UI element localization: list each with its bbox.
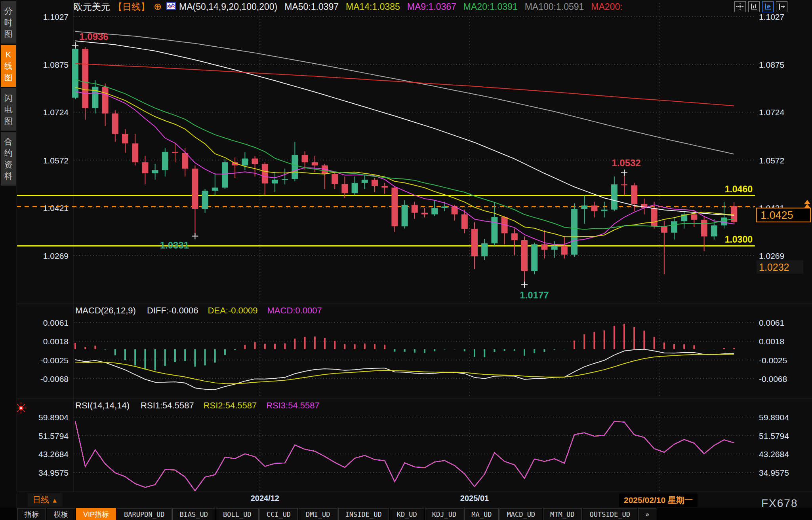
tab--[interactable]: »: [638, 508, 656, 520]
sidebar-item-1[interactable]: K 线 图: [1, 45, 16, 87]
candlestick: [232, 158, 238, 178]
candlestick: [421, 208, 428, 218]
axis-tick: 1.0572: [759, 156, 784, 165]
axis-tick: 34.9575: [38, 468, 69, 477]
period-selector[interactable]: 日线▲: [28, 493, 63, 507]
candlestick: [591, 202, 597, 218]
axis-tick: 0.0061: [759, 318, 784, 327]
axis-chart-play-icon[interactable]: [762, 1, 774, 12]
axis-chart-icon[interactable]: [748, 1, 760, 12]
indicator-value-chip: DEA:-0.0009: [208, 306, 258, 315]
ma-value-chip: MA20:1.0391: [463, 2, 518, 12]
axis-tick: 0.0018: [43, 337, 69, 346]
axis-tick: 1.0269: [43, 251, 69, 260]
price-up-arrow-icon: [804, 204, 810, 208]
ma-value-chip: MA100:1.0591: [525, 2, 584, 12]
rsi-legend: RSI(14,14,14) RSI1:54.5587RSI2:54.5587RS…: [75, 400, 338, 411]
sidebar-item-2[interactable]: 闪 电 图: [1, 88, 16, 131]
candlestick: [381, 183, 388, 194]
tab-指标[interactable]: 指标: [17, 508, 46, 520]
tab-macd-ud[interactable]: MACD_UD: [499, 508, 542, 520]
axis-tick: 1.0425: [761, 209, 793, 221]
tab-outside-ud[interactable]: OUTSIDE_UD: [583, 508, 637, 520]
tab-boll-ud[interactable]: BOLL_UD: [216, 508, 259, 520]
target-plus-icon[interactable]: ⊕: [154, 1, 162, 12]
candlestick: [501, 216, 508, 245]
ma200-line: [75, 64, 734, 106]
tab-bias-ud[interactable]: BIAS_UD: [172, 508, 215, 520]
candlestick: [452, 205, 458, 221]
period-arrow-icon: ▲: [51, 497, 58, 504]
candlestick: [122, 129, 128, 153]
xaxis-month-label: 2025/01: [460, 494, 489, 503]
candlestick: [402, 200, 408, 229]
axis-tick: 1.0875: [759, 60, 784, 69]
macd-legend: MACD(26,12,9) DIFF:-0.0006DEA:-0.0009MAC…: [75, 306, 340, 316]
axis-tick: 51.5794: [759, 431, 789, 440]
axis-tick: 59.8904: [38, 413, 69, 422]
crosshair-tool-icon[interactable]: [734, 1, 746, 12]
candlestick: [322, 164, 328, 189]
sidebar-item-3[interactable]: 合 约 资 料: [1, 132, 16, 186]
candlestick: [92, 80, 98, 114]
candlestick: [352, 176, 358, 195]
indicator-value-chip: MACD:0.0007: [267, 306, 322, 315]
sidebar-item-0[interactable]: 分 时 图: [1, 1, 16, 44]
candlestick: [481, 239, 488, 260]
axis-tick: 1.0724: [759, 108, 785, 117]
last-date-label: 2025/02/10 星期一: [619, 493, 698, 507]
axis-tick: 1.1027: [759, 12, 784, 21]
candlestick: [412, 202, 418, 219]
tab-vip指标[interactable]: VIP指标: [76, 508, 116, 520]
ma-value-chip: MA200:: [591, 2, 622, 12]
extreme-price-label: 1.0936: [79, 31, 108, 42]
candlestick: [192, 165, 198, 236]
tab-kdj-ud[interactable]: KDJ_UD: [425, 508, 463, 520]
axis-tick: 1.0724: [43, 108, 69, 117]
period-label: 日线: [32, 495, 49, 504]
period-tag[interactable]: 【日线】: [113, 1, 150, 13]
tab-dmi-ud[interactable]: DMI_UD: [299, 508, 337, 520]
tab-inside-ud[interactable]: INSIDE_UD: [338, 508, 389, 520]
candlestick: [282, 169, 288, 184]
axis-tick: 0.0018: [759, 337, 784, 346]
extreme-price-label: 1.0532: [612, 158, 640, 168]
candlestick: [521, 236, 528, 285]
extreme-price-label: 1.0331: [160, 240, 189, 251]
ma100-line: [75, 31, 734, 154]
trading-app-window: 1.10271.08751.07241.05721.04211.02691.10…: [0, 0, 812, 520]
axis-tick: 1.0460: [725, 184, 753, 194]
extreme-price-label: 1.0177: [520, 290, 549, 300]
tab-mtm-ud[interactable]: MTM_UD: [543, 508, 581, 520]
xaxis-month-label: 2024/12: [251, 494, 279, 503]
tab-ma-ud[interactable]: MA_UD: [464, 508, 499, 520]
tab-模板[interactable]: 模板: [47, 508, 75, 520]
candlestick: [571, 203, 578, 257]
candlestick: [162, 148, 168, 176]
axis-tick: 1.0875: [43, 60, 69, 69]
collapse-panel-icon[interactable]: [776, 1, 787, 12]
macd-diff-line: [75, 349, 734, 390]
axis-tick: 1.1027: [43, 12, 69, 21]
axis-tick: 59.8904: [759, 413, 789, 422]
indicator-value-chip: RSI2:54.5587: [204, 400, 257, 410]
candlestick: [102, 84, 109, 126]
candlestick: [601, 202, 608, 218]
axis-tick: 0.0061: [43, 318, 69, 327]
tab-kd-ud[interactable]: KD_UD: [390, 508, 424, 520]
rsi3-line: [75, 421, 734, 491]
candlestick: [611, 176, 618, 211]
ma-value-chip: MA14:1.0385: [346, 2, 400, 12]
ma-settings-label: MA(50,14,9,20,100,200): [179, 2, 277, 12]
tab-cci-ud[interactable]: CCI_UD: [259, 508, 298, 520]
tab-barupdn-ud[interactable]: BARUPDN_UD: [117, 508, 172, 520]
candlestick: [72, 46, 78, 99]
candlestick: [541, 230, 547, 258]
price-up-arrow-icon: [804, 200, 810, 204]
candlestick: [681, 211, 687, 229]
axis-tick: 1.0232: [759, 262, 789, 273]
candlestick: [671, 218, 677, 240]
rsi2-line: [75, 421, 734, 491]
candlestick: [202, 189, 208, 213]
mini-chart-icon[interactable]: [166, 2, 176, 12]
